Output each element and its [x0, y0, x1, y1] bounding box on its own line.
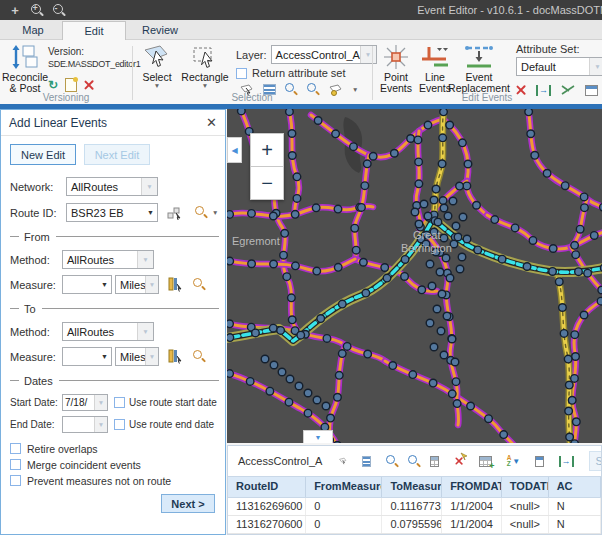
route-zoom-caret[interactable]: ▼: [212, 210, 218, 216]
event-point-marker[interactable]: [458, 253, 466, 261]
table-cell[interactable]: 1/1/2004: [442, 516, 502, 533]
to-measure-caret[interactable]: ▼: [98, 353, 111, 360]
start-date-combo[interactable]: 7/18/ ▼: [62, 394, 108, 411]
next-edit-button[interactable]: Next Edit: [84, 144, 150, 165]
route-pick-icon[interactable]: [167, 206, 183, 220]
route-zoom-icon[interactable]: [195, 206, 208, 219]
event-point-marker[interactable]: [227, 320, 233, 328]
event-point-marker[interactable]: [415, 180, 423, 188]
event-point-marker[interactable]: [293, 173, 301, 181]
event-point-marker[interactable]: [407, 135, 415, 143]
event-point-marker[interactable]: [248, 210, 256, 218]
event-point-marker[interactable]: [474, 246, 482, 254]
layer-dropdown[interactable]: AccessControl_A ▼: [271, 45, 377, 64]
event-point-marker[interactable]: [401, 256, 409, 264]
event-point-marker[interactable]: [409, 371, 417, 379]
event-point-marker[interactable]: [436, 268, 444, 276]
event-point-marker[interactable]: [304, 389, 312, 397]
zoom-out-icon[interactable]: -: [50, 2, 68, 18]
event-point-marker[interactable]: [361, 182, 369, 190]
event-point-marker[interactable]: [568, 396, 576, 404]
new-edit-button[interactable]: New Edit: [10, 144, 76, 165]
event-point-marker[interactable]: [451, 358, 459, 366]
event-point-marker[interactable]: [559, 304, 567, 312]
event-point-marker[interactable]: [511, 224, 519, 232]
event-point-marker[interactable]: [485, 415, 493, 423]
event-point-marker[interactable]: [452, 378, 460, 386]
event-point-marker[interactable]: [432, 185, 440, 193]
table-cell[interactable]: 11316269600: [228, 498, 306, 515]
event-point-marker[interactable]: [572, 353, 580, 361]
event-point-marker[interactable]: [565, 381, 573, 389]
event-point-marker[interactable]: [543, 169, 551, 177]
event-point-marker[interactable]: [426, 260, 434, 268]
calculator-icon[interactable]: [430, 456, 438, 467]
from-measure-zoom-icon[interactable]: [193, 278, 206, 291]
table-range-icon[interactable]: →: [559, 455, 574, 467]
event-point-marker[interactable]: [590, 232, 598, 240]
event-point-marker[interactable]: [295, 382, 303, 390]
event-point-marker[interactable]: [351, 224, 359, 232]
event-point-marker[interactable]: [438, 290, 446, 298]
event-point-marker[interactable]: [437, 327, 445, 335]
table-cell[interactable]: <null>: [502, 516, 549, 533]
refresh-version-icon[interactable]: ↻: [48, 80, 58, 90]
from-method-caret[interactable]: ▼: [137, 251, 153, 268]
event-point-marker[interactable]: [523, 263, 531, 271]
event-point-marker[interactable]: [580, 311, 588, 319]
event-point-marker[interactable]: [456, 265, 464, 273]
rectangle-button[interactable]: Rectangle ▼: [180, 44, 230, 89]
event-point-marker[interactable]: [252, 329, 260, 337]
event-point-marker[interactable]: [424, 212, 432, 220]
event-point-marker[interactable]: [598, 286, 602, 294]
clear-selection-icon[interactable]: [454, 456, 464, 466]
event-point-marker[interactable]: [549, 245, 557, 253]
event-point-marker[interactable]: [339, 300, 347, 308]
event-point-marker[interactable]: [350, 143, 358, 151]
event-point-marker[interactable]: [430, 196, 438, 204]
event-point-marker[interactable]: [327, 414, 335, 422]
map-view[interactable]: EgremontGreatBarrington ◀ + − ▼: [227, 109, 602, 443]
event-point-marker[interactable]: [575, 268, 583, 276]
table-row[interactable]: 1131626960000.11167731/1/2004<null>N: [228, 498, 601, 516]
tab-map[interactable]: Map: [8, 21, 58, 40]
event-point-marker[interactable]: [449, 197, 457, 205]
zoom-to-selected-icon[interactable]: [386, 455, 393, 468]
collapse-panel-icon[interactable]: ◀: [227, 137, 242, 163]
event-point-marker[interactable]: [415, 158, 423, 166]
event-point-marker[interactable]: [261, 355, 269, 363]
from-measure-combo[interactable]: ▼: [62, 275, 112, 294]
event-point-marker[interactable]: [280, 251, 288, 259]
end-date-combo[interactable]: ▼: [62, 416, 108, 433]
to-measure-zoom-icon[interactable]: [193, 350, 206, 363]
event-point-marker[interactable]: [439, 197, 447, 205]
event-point-marker[interactable]: [288, 294, 296, 302]
event-point-marker[interactable]: [565, 407, 573, 415]
event-point-marker[interactable]: [564, 355, 572, 363]
to-method-caret[interactable]: ▼: [137, 323, 153, 340]
event-point-marker[interactable]: [440, 204, 448, 212]
event-point-marker[interactable]: [227, 257, 234, 265]
show-selected-rows-icon[interactable]: [362, 456, 370, 467]
table-cell[interactable]: <null>: [502, 498, 549, 515]
event-point-marker[interactable]: [270, 260, 278, 268]
event-point-marker[interactable]: [292, 262, 300, 270]
event-point-marker[interactable]: [238, 109, 246, 115]
event-point-marker[interactable]: [581, 204, 589, 212]
zoom-in-icon[interactable]: +: [28, 2, 46, 18]
event-point-marker[interactable]: [597, 297, 602, 305]
event-point-marker[interactable]: [415, 220, 423, 228]
event-point-marker[interactable]: [304, 409, 312, 417]
event-point-marker[interactable]: [429, 379, 437, 387]
event-point-marker[interactable]: [440, 234, 448, 242]
table-cell[interactable]: 1/1/2004: [442, 498, 502, 515]
event-point-marker[interactable]: [561, 182, 569, 190]
pan-icon[interactable]: +: [6, 2, 24, 18]
event-point-marker[interactable]: [428, 282, 436, 290]
layer-caret[interactable]: ▼: [360, 46, 376, 63]
use-route-end-checkbox[interactable]: [114, 419, 125, 430]
event-point-marker[interactable]: [459, 213, 467, 221]
event-point-marker[interactable]: [529, 237, 537, 245]
to-measure-pick-icon[interactable]: [167, 349, 183, 364]
pan-to-selected-icon[interactable]: [408, 455, 415, 468]
